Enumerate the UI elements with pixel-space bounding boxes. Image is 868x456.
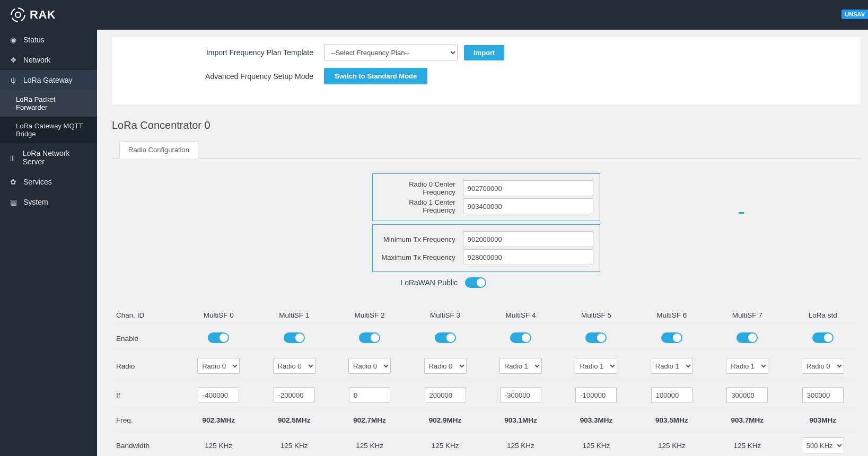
cell: 903MHz — [785, 410, 861, 431]
row-label: Radio — [112, 352, 181, 381]
sidebar-item-status[interactable]: ◉Status — [0, 30, 97, 50]
sidebar-label: Network — [23, 56, 50, 64]
cell — [256, 381, 331, 410]
cell: 125 KHz — [709, 431, 785, 457]
sidebar-label: Status — [23, 36, 45, 44]
sidebar-item-lora-gateway[interactable]: ψLoRa Gateway — [0, 70, 97, 90]
lorawan-public-label: LoRaWAN Public — [380, 278, 465, 287]
import-template-label: Import Frequency Plan Template — [112, 48, 324, 57]
cell: 902.7MHz — [332, 410, 407, 431]
enable-toggle[interactable] — [661, 332, 682, 343]
if-input[interactable] — [802, 387, 844, 403]
max-tx-label: Maximum Tx Frequency — [379, 253, 463, 261]
if-input[interactable] — [425, 387, 466, 403]
cell: 902.9MHz — [407, 410, 483, 431]
cell: 125 KHz — [483, 431, 558, 457]
enable-toggle[interactable] — [510, 332, 531, 343]
lorawan-public-toggle[interactable] — [465, 277, 486, 288]
enable-toggle[interactable] — [284, 332, 305, 343]
radio-select[interactable]: Radio 1 — [651, 358, 693, 374]
cell — [483, 381, 558, 410]
main-content: Import Frequency Plan Template --Select … — [97, 30, 868, 456]
brand-text: RAK — [30, 8, 56, 22]
cell: Radio 1 — [483, 352, 558, 381]
cell: MultiSF 5 — [558, 305, 634, 326]
sidebar-item-services[interactable]: ✿Services — [0, 172, 97, 192]
section-title: LoRa Concentrator 0 — [112, 115, 861, 141]
enable-toggle[interactable] — [585, 332, 607, 343]
enable-toggle[interactable] — [435, 332, 456, 343]
cell: MultiSF 1 — [256, 305, 331, 326]
channel-grid: Chan. ID MultiSF 0MultiSF 1MultiSF 2Mult… — [112, 305, 861, 456]
max-tx-input[interactable] — [463, 249, 593, 265]
enable-toggle[interactable] — [737, 332, 758, 343]
if-input[interactable] — [575, 387, 617, 403]
if-input[interactable] — [274, 387, 315, 403]
cell — [709, 381, 785, 410]
cell: 125 KHz — [558, 431, 634, 457]
if-input[interactable] — [726, 387, 768, 403]
cell — [785, 326, 861, 352]
radio-select[interactable]: Radio 1 — [575, 358, 617, 374]
radio-select[interactable]: Radio 0 — [197, 358, 240, 374]
cell — [785, 381, 861, 410]
sidebar-sub-mqtt-bridge[interactable]: LoRa Gateway MQTT Bridge — [0, 117, 97, 143]
if-input[interactable] — [349, 387, 390, 403]
cell — [332, 381, 407, 410]
mode-label: Advanced Frquency Setup Mode — [112, 72, 324, 81]
cell — [634, 381, 709, 410]
system-icon: ▤ — [8, 198, 18, 206]
tab-radio-configuration[interactable]: Radio Configuration — [119, 141, 198, 159]
radio-select[interactable]: Radio 0 — [424, 358, 467, 374]
cell: MultiSF 2 — [332, 305, 407, 326]
cell: 125 KHz — [634, 431, 709, 457]
frequency-plan-select[interactable]: --Select Frequency Plan-- — [324, 45, 458, 60]
radio0-freq-input[interactable] — [463, 180, 593, 196]
sidebar-sub-packet-forwarder[interactable]: LoRa Packet Forwarder — [0, 90, 97, 117]
enable-toggle[interactable] — [812, 332, 834, 343]
tab-bar: Radio Configuration — [112, 141, 861, 159]
radio-select[interactable]: Radio 0 — [273, 358, 315, 374]
sidebar-label: System — [23, 198, 48, 206]
row-label: If — [112, 381, 181, 410]
min-tx-input[interactable] — [463, 231, 593, 247]
row-label: Bandwidth — [112, 431, 181, 457]
tx-freq-box: Minimum Tx Frequency Maximum Tx Frequenc… — [372, 224, 600, 272]
cell: LoRa std — [785, 305, 861, 326]
switch-mode-button[interactable]: Switch to Standard Mode — [324, 68, 427, 84]
value-select[interactable]: 500 KHz — [802, 437, 844, 453]
row-if: If — [112, 381, 861, 410]
cell: Radio 1 — [558, 352, 634, 381]
cell: MultiSF 4 — [483, 305, 558, 326]
cell: 125 KHz — [181, 431, 256, 457]
sidebar-item-lora-network-server[interactable]: ⫼LoRa Network Server — [0, 143, 97, 172]
if-input[interactable] — [500, 387, 541, 403]
sidebar-label: LoRa Gateway — [23, 76, 73, 84]
chart-icon: ⫼ — [8, 153, 17, 162]
radio-select[interactable]: Radio 0 — [348, 358, 391, 374]
sidebar-item-network[interactable]: ❖Network — [0, 50, 97, 70]
radio-select[interactable]: Radio 1 — [499, 358, 542, 374]
network-icon: ❖ — [8, 56, 18, 64]
cell — [407, 381, 483, 410]
cell: Radio 1 — [634, 352, 709, 381]
sidebar: ◉Status ❖Network ψLoRa Gateway LoRa Pack… — [0, 30, 97, 456]
sidebar-item-system[interactable]: ▤System — [0, 192, 97, 212]
if-input[interactable] — [651, 387, 692, 403]
enable-toggle[interactable] — [208, 332, 229, 343]
cell — [634, 326, 709, 352]
row-label: Freq. — [112, 410, 181, 431]
import-button[interactable]: Import — [464, 45, 504, 60]
marker-icon: ▬ — [739, 209, 744, 215]
radio1-freq-input[interactable] — [463, 198, 593, 214]
row-freq: Freq. 902.3MHz902.5MHz902.7MHz902.9MHz90… — [112, 410, 861, 431]
radio-select[interactable]: Radio 0 — [802, 358, 844, 374]
topbar: RAK UNSAV — [0, 0, 868, 30]
radio-select[interactable]: Radio 1 — [726, 358, 768, 374]
cell: 903.5MHz — [634, 410, 709, 431]
cell: MultiSF 3 — [407, 305, 483, 326]
cell — [558, 381, 634, 410]
enable-toggle[interactable] — [359, 332, 380, 343]
if-input[interactable] — [198, 387, 239, 403]
cell: 125 KHz — [332, 431, 407, 457]
